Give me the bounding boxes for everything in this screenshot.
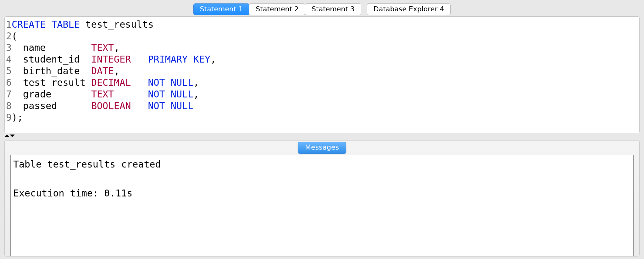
code-area[interactable]: 1CREATE TABLE test_results 2( 3 name TEX… [5,17,639,123]
results-panel: Messages Table test_results created Exec… [4,140,640,256]
messages-output[interactable]: Table test_results created Execution tim… [10,155,634,256]
type: DECIMAL [91,77,131,88]
code-line[interactable]: 4 student_id INTEGER PRIMARY KEY, [5,53,639,65]
code-line[interactable]: 2( [5,30,639,42]
column-name: passed [12,100,91,112]
tab-database-explorer-4[interactable]: Database Explorer 4 [367,3,451,15]
plain: ( [12,30,17,42]
constraint: NOT NULL [148,77,194,88]
identifier: test_results [80,19,154,30]
column-name: name [12,42,91,53]
type: TEXT [91,88,114,100]
plain [114,88,148,100]
type: DATE [91,65,114,77]
code-line[interactable]: 7 grade TEXT NOT NULL, [5,88,639,100]
tab-statement-2[interactable]: Statement 2 [249,3,305,15]
statement-tabbar: Statement 1 Statement 2 Statement 3 Data… [0,0,644,15]
line-number: 8 [5,100,12,112]
plain: ); [12,112,23,123]
line-number: 4 [5,53,12,65]
code-line[interactable]: 8 passed BOOLEAN NOT NULL [5,100,639,112]
collapse-down-icon [10,135,15,137]
code-line[interactable]: 6 test_result DECIMAL NOT NULL, [5,77,639,88]
tab-statement-3[interactable]: Statement 3 [305,3,361,15]
type: TEXT [91,42,114,53]
pane-splitter[interactable] [4,133,640,138]
plain: , [114,42,119,53]
column-name: grade [12,88,91,100]
sql-editor[interactable]: 1CREATE TABLE test_results 2( 3 name TEX… [4,16,640,133]
line-number: 7 [5,88,12,100]
keyword: CREATE TABLE [12,19,80,30]
column-name: student_id [12,53,91,65]
plain: , [193,88,199,100]
plain [131,53,148,65]
constraint: NOT NULL [148,100,194,112]
line-number: 6 [5,77,12,88]
plain [131,100,148,112]
line-number: 9 [5,112,12,123]
plain: , [114,65,119,77]
type: INTEGER [91,53,131,65]
code-line[interactable]: 9); [5,112,639,123]
constraint: PRIMARY KEY [148,53,211,65]
code-line[interactable]: 3 name TEXT, [5,42,639,53]
line-number: 1 [5,19,12,30]
column-name: birth_date [12,65,91,77]
results-tabbar: Messages [5,141,639,154]
code-line[interactable]: 5 birth_date DATE, [5,65,639,77]
line-number: 3 [5,42,12,53]
collapse-up-icon [4,135,9,137]
plain [131,77,148,88]
tab-statement-1[interactable]: Statement 1 [193,3,250,15]
line-number: 2 [5,30,12,42]
plain: , [193,77,199,88]
tab-messages[interactable]: Messages [298,142,346,154]
line-number: 5 [5,65,12,77]
column-name: test_result [12,77,91,88]
constraint: NOT NULL [148,88,194,100]
plain: , [210,53,216,65]
code-line[interactable]: 1CREATE TABLE test_results [5,19,639,30]
type: BOOLEAN [91,100,131,112]
